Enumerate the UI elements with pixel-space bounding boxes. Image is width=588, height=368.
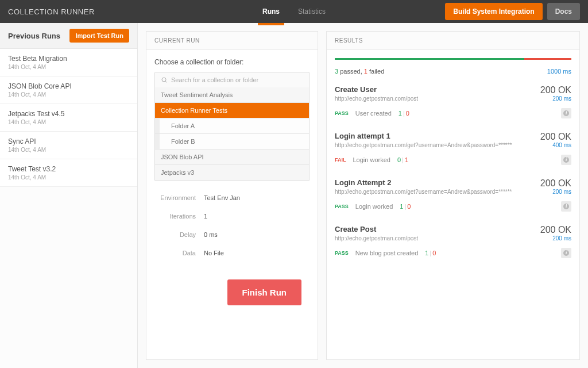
import-test-run-button[interactable]: Import Test Run xyxy=(69,29,129,43)
collection-item-runner-tests[interactable]: Collection Runner Tests xyxy=(155,103,309,118)
app-title: COLLECTION RUNNER xyxy=(8,7,95,16)
environment-label: Environment xyxy=(154,194,196,201)
result-url: http://echo.getpostman.com/get?username=… xyxy=(335,142,512,148)
search-icon xyxy=(161,76,168,83)
results-panel: RESULTS 3 passed, 1 failed 1000 ms Creat… xyxy=(326,31,580,360)
result-item: Create Userhttp://echo.getpostman.com/po… xyxy=(335,85,571,117)
result-url: http://echo.getpostman.com/get?username=… xyxy=(335,189,512,195)
run-name: JSON Blob Core API xyxy=(8,82,129,90)
svg-line-1 xyxy=(165,81,167,82)
result-item: Login attempt 1http://echo.getpostman.co… xyxy=(335,132,571,163)
build-integration-button[interactable]: Build System Integration xyxy=(445,3,542,20)
summary-counts: 3 passed, 1 failed xyxy=(335,68,384,75)
test-counts: 1|0 xyxy=(425,250,436,256)
delay-value[interactable]: 0 ms xyxy=(204,231,218,238)
folder-item-a[interactable]: Folder A xyxy=(155,118,309,134)
current-run-panel: CURRENT RUN Choose a collection or folde… xyxy=(146,31,318,360)
test-status-badge: PASS xyxy=(335,250,349,256)
run-date: 14th Oct, 4 AM xyxy=(8,147,129,153)
test-name: New blog post created xyxy=(355,250,418,256)
test-counts: 1|0 xyxy=(399,110,409,117)
choose-collection-prompt: Choose a collection or folder: xyxy=(154,58,310,66)
test-counts: 0|1 xyxy=(397,156,408,163)
data-value[interactable]: No File xyxy=(204,250,224,256)
run-name: Sync API xyxy=(8,137,129,145)
run-date: 14th Oct, 4 AM xyxy=(8,91,129,98)
result-name: Login attempt 1 xyxy=(335,132,512,140)
info-icon[interactable]: i xyxy=(561,108,571,118)
previous-run-item[interactable]: JSON Blob Core API14th Oct, 4 AM xyxy=(0,76,137,104)
collection-item-jetpacks[interactable]: Jetpacks v3 xyxy=(155,165,309,181)
sidebar: Previous Runs Import Test Run Test Beta … xyxy=(0,23,138,368)
result-status-code: 200 OK xyxy=(540,85,571,95)
run-date: 14th Oct, 4 AM xyxy=(8,174,129,181)
result-status-code: 200 OK xyxy=(540,178,571,189)
collection-item-json-blob[interactable]: JSON Blob API xyxy=(155,150,309,165)
previous-run-item[interactable]: Tweet Test v3.214th Oct, 4 AM xyxy=(0,159,137,187)
previous-run-item[interactable]: Test Beta Migration14th Oct, 4 AM xyxy=(0,49,137,76)
tab-runs[interactable]: Runs xyxy=(253,0,289,23)
tab-statistics[interactable]: Statistics xyxy=(289,0,335,23)
environment-value[interactable]: Test Env Jan xyxy=(204,194,240,201)
collection-list: Tweet Sentiment Analysis Collection Runn… xyxy=(154,87,310,181)
info-icon[interactable]: i xyxy=(561,248,571,258)
result-item: Login Attempt 2http://echo.getpostman.co… xyxy=(335,178,571,210)
result-name: Create Post xyxy=(335,225,418,233)
result-status-code: 200 OK xyxy=(540,132,571,142)
main-tabs: Runs Statistics xyxy=(253,0,335,23)
data-label: Data xyxy=(154,250,196,256)
iterations-value[interactable]: 1 xyxy=(204,213,207,220)
run-name: Tweet Test v3.2 xyxy=(8,165,129,173)
run-date: 14th Oct, 4 AM xyxy=(8,119,129,125)
result-status-code: 200 OK xyxy=(540,225,571,235)
result-url: http://echo.getpostman.com/post xyxy=(335,95,418,102)
test-status-badge: PASS xyxy=(335,110,349,116)
run-name: Jetpacks Test v4.5 xyxy=(8,110,129,118)
iterations-label: Iterations xyxy=(154,213,196,220)
previous-run-item[interactable]: Jetpacks Test v4.514th Oct, 4 AM xyxy=(0,104,137,132)
test-name: Login worked xyxy=(353,156,390,163)
info-icon[interactable]: i xyxy=(561,201,571,212)
run-name: Test Beta Migration xyxy=(8,55,129,63)
previous-run-item[interactable]: Sync API14th Oct, 4 AM xyxy=(0,132,137,159)
docs-button[interactable]: Docs xyxy=(547,3,580,20)
result-time: 400 ms xyxy=(540,142,571,148)
result-url: http://echo.getpostman.com/post xyxy=(335,235,418,241)
finish-run-button[interactable]: Finish Run xyxy=(227,279,302,305)
header-bar: COLLECTION RUNNER Runs Statistics Build … xyxy=(0,0,588,23)
progress-bar xyxy=(335,58,571,60)
result-time: 200 ms xyxy=(540,95,571,102)
summary-time: 1000 ms xyxy=(547,68,571,75)
current-run-heading: CURRENT RUN xyxy=(146,32,318,50)
sidebar-title: Previous Runs xyxy=(8,32,60,40)
test-status-badge: FAIL xyxy=(335,157,346,163)
svg-point-0 xyxy=(162,78,166,82)
result-time: 200 ms xyxy=(540,189,571,195)
test-name: User created xyxy=(355,110,392,117)
result-time: 200 ms xyxy=(540,235,571,241)
collection-search-input[interactable] xyxy=(171,76,303,83)
result-name: Create User xyxy=(335,85,418,94)
run-date: 14th Oct, 4 AM xyxy=(8,64,129,70)
test-name: Login worked xyxy=(355,203,393,210)
result-item: Create Posthttp://echo.getpostman.com/po… xyxy=(335,225,571,256)
test-counts: 1|0 xyxy=(400,203,411,210)
folder-item-b[interactable]: Folder B xyxy=(155,134,309,150)
result-name: Login Attempt 2 xyxy=(335,178,512,187)
collection-item-tweet[interactable]: Tweet Sentiment Analysis xyxy=(155,87,309,103)
collection-search[interactable] xyxy=(154,72,310,87)
info-icon[interactable]: i xyxy=(561,155,571,165)
delay-label: Delay xyxy=(154,231,196,238)
results-heading: RESULTS xyxy=(327,32,579,50)
test-status-badge: PASS xyxy=(335,204,349,209)
